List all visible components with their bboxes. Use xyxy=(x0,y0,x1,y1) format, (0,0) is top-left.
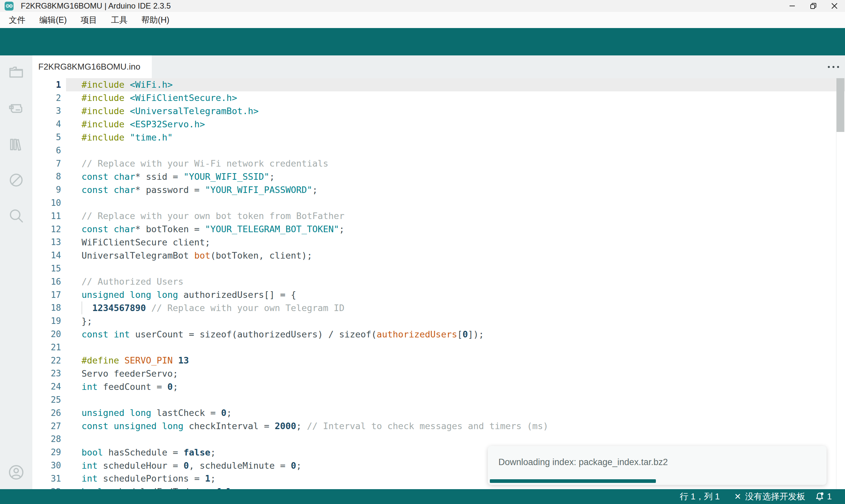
code-line-text[interactable]: Servo feederServo; xyxy=(66,367,845,380)
line-number[interactable]: 19 xyxy=(32,316,66,326)
line-number[interactable]: 11 xyxy=(32,211,66,221)
code-line-text[interactable]: const char* botToken = "YOUR_TELEGRAM_BO… xyxy=(66,223,845,236)
code-line[interactable]: 5#include "time.h" xyxy=(32,131,845,144)
line-number[interactable]: 30 xyxy=(32,461,66,470)
line-number[interactable]: 13 xyxy=(32,237,66,247)
code-editor[interactable]: 1#include <WiFi.h>2#include <WiFiClientS… xyxy=(32,78,845,489)
code-line-text[interactable]: // Replace with your own bot token from … xyxy=(66,210,845,223)
close-button[interactable] xyxy=(824,0,845,12)
sidebar-item-debug[interactable] xyxy=(7,171,25,189)
line-number[interactable]: 6 xyxy=(32,145,66,155)
menu-item-edit[interactable]: 编辑(E) xyxy=(32,12,74,28)
code-line-text[interactable]: unsigned long long authorizedUsers[] = { xyxy=(66,288,845,302)
code-line-text[interactable]: #include <WiFi.h> xyxy=(66,78,845,91)
code-line-text[interactable]: bool scheduledFedToday = false; xyxy=(66,485,845,489)
notifications-bell[interactable]: 1 xyxy=(814,491,832,502)
minimize-button[interactable] xyxy=(781,0,803,12)
code-line-text[interactable] xyxy=(66,393,845,407)
line-number[interactable]: 28 xyxy=(32,434,66,444)
code-line[interactable]: 13WiFiClientSecure client; xyxy=(32,236,845,249)
code-line-text[interactable] xyxy=(66,196,845,210)
scrollbar-thumb[interactable] xyxy=(837,78,844,132)
code-line[interactable]: 23Servo feederServo; xyxy=(32,367,845,380)
line-number[interactable]: 2 xyxy=(32,93,66,103)
code-line[interactable]: 3#include <UniversalTelegramBot.h> xyxy=(32,105,845,118)
code-line[interactable]: 15 xyxy=(32,262,845,275)
line-number[interactable]: 23 xyxy=(32,368,66,378)
code-line[interactable]: 12const char* botToken = "YOUR_TELEGRAM_… xyxy=(32,223,845,236)
code-line[interactable]: 26unsigned long lastCheck = 0; xyxy=(32,407,845,419)
code-line[interactable]: 16// Authorized Users xyxy=(32,275,845,288)
line-number[interactable]: 20 xyxy=(32,329,66,339)
code-line[interactable]: 11// Replace with your own bot token fro… xyxy=(32,210,845,223)
code-line[interactable]: 22#define SERVO_PIN 13 xyxy=(32,354,845,367)
code-line[interactable]: 25 xyxy=(32,393,845,407)
line-number[interactable]: 14 xyxy=(32,250,66,260)
code-line-text[interactable] xyxy=(66,433,845,446)
code-line-text[interactable] xyxy=(66,262,845,275)
menu-item-help[interactable]: 帮助(H) xyxy=(134,12,176,28)
sidebar-item-search[interactable] xyxy=(7,206,25,225)
line-number[interactable]: 12 xyxy=(32,224,66,234)
code-line-text[interactable]: #include <WiFiClientSecure.h> xyxy=(66,91,845,105)
code-line-text[interactable]: #include "time.h" xyxy=(66,131,845,144)
board-status[interactable]: ✕ 没有选择开发板 xyxy=(735,491,805,502)
line-number[interactable]: 4 xyxy=(32,119,66,129)
code-line[interactable]: 10 xyxy=(32,196,845,210)
line-number[interactable]: 15 xyxy=(32,264,66,273)
cursor-position-status[interactable]: 行 1，列 1 xyxy=(680,491,720,502)
code-line-text[interactable]: #include <UniversalTelegramBot.h> xyxy=(66,105,845,118)
line-number[interactable]: 24 xyxy=(32,382,66,392)
code-line-text[interactable]: unsigned long lastCheck = 0; xyxy=(66,407,845,419)
code-line-text[interactable]: const int userCount = sizeof(authorizedU… xyxy=(66,327,845,341)
restore-button[interactable] xyxy=(803,0,824,12)
line-number[interactable]: 3 xyxy=(32,106,66,116)
code-line[interactable]: 14UniversalTelegramBot bot(botToken, cli… xyxy=(32,249,845,262)
line-number[interactable]: 18 xyxy=(32,303,66,313)
code-line-text[interactable] xyxy=(66,144,845,157)
sidebar-item-account[interactable] xyxy=(7,463,25,482)
code-line-text[interactable]: const char* ssid = "YOUR_WIFI_SSID"; xyxy=(66,170,845,183)
line-number[interactable]: 29 xyxy=(32,447,66,457)
code-line-text[interactable] xyxy=(66,341,845,354)
code-line[interactable]: 27const unsigned long checkInterval = 20… xyxy=(32,419,845,433)
code-line[interactable]: 7// Replace with your Wi-Fi network cred… xyxy=(32,157,845,170)
code-line[interactable]: 28 xyxy=(32,433,845,446)
tab-overflow-menu-button[interactable] xyxy=(826,63,841,71)
line-number[interactable]: 9 xyxy=(32,185,66,195)
code-line-text[interactable]: // Replace with your Wi-Fi network crede… xyxy=(66,157,845,170)
line-number[interactable]: 16 xyxy=(32,277,66,287)
code-line[interactable]: 18 1234567890 // Replace with your own T… xyxy=(32,302,845,315)
code-line-text[interactable]: int feedCount = 0; xyxy=(66,380,845,393)
code-line-text[interactable]: WiFiClientSecure client; xyxy=(66,236,845,249)
sidebar-item-sketchbook[interactable] xyxy=(7,63,25,82)
code-line[interactable]: 32bool scheduledFedToday = false; xyxy=(32,485,845,489)
code-line-text[interactable]: const unsigned long checkInterval = 2000… xyxy=(66,419,845,433)
code-line[interactable]: 2#include <WiFiClientSecure.h> xyxy=(32,91,845,105)
line-number[interactable]: 10 xyxy=(32,198,66,208)
code-line[interactable]: 9const char* password = "YOUR_WIFI_PASSW… xyxy=(32,183,845,196)
code-line[interactable]: 19}; xyxy=(32,314,845,327)
code-line[interactable]: 8const char* ssid = "YOUR_WIFI_SSID"; xyxy=(32,170,845,183)
menu-item-sketch[interactable]: 项目 xyxy=(74,12,104,28)
line-number[interactable]: 17 xyxy=(32,290,66,300)
code-line[interactable]: 24int feedCount = 0; xyxy=(32,380,845,393)
code-line[interactable]: 4#include <ESP32Servo.h> xyxy=(32,118,845,131)
code-line[interactable]: 21 xyxy=(32,341,845,354)
code-line[interactable]: 1#include <WiFi.h> xyxy=(32,78,845,91)
line-number[interactable]: 21 xyxy=(32,342,66,352)
code-line[interactable]: 6 xyxy=(32,144,845,157)
line-number[interactable]: 1 xyxy=(32,80,66,90)
code-line-text[interactable]: }; xyxy=(66,314,845,327)
tab-sketch-file[interactable]: F2KRG8KMG16BOMU.ino xyxy=(32,55,152,78)
code-line-text[interactable]: UniversalTelegramBot bot(botToken, clien… xyxy=(66,249,845,262)
line-number[interactable]: 8 xyxy=(32,172,66,181)
line-number[interactable]: 27 xyxy=(32,421,66,431)
line-number[interactable]: 31 xyxy=(32,474,66,484)
line-number[interactable]: 22 xyxy=(32,356,66,365)
code-line[interactable]: 17unsigned long long authorizedUsers[] =… xyxy=(32,288,845,302)
line-number[interactable]: 5 xyxy=(32,132,66,142)
line-number[interactable]: 7 xyxy=(32,159,66,168)
code-line-text[interactable]: // Authorized Users xyxy=(66,275,845,288)
line-number[interactable]: 32 xyxy=(32,487,66,489)
